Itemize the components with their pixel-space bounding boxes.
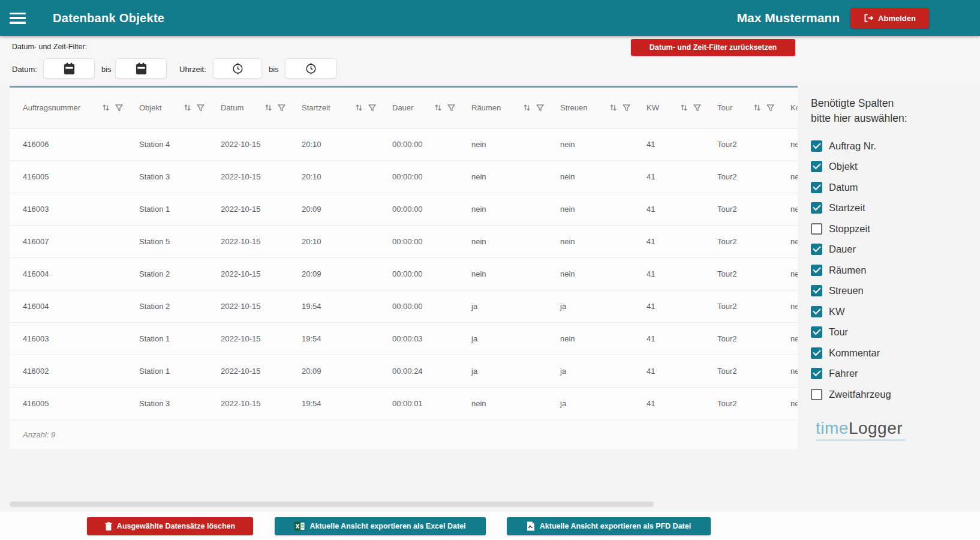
cell-kw: 41: [633, 237, 704, 246]
cell-startzeit: 19:54: [288, 334, 379, 343]
filter-icon[interactable]: [368, 104, 376, 112]
table-row[interactable]: 416002Station 12022-10-1520:0900:00:24ja…: [10, 355, 798, 388]
filter-icon[interactable]: [447, 104, 455, 112]
sort-icon[interactable]: [102, 104, 110, 112]
filter-icon[interactable]: [536, 104, 544, 112]
column-option-objekt[interactable]: Objekt: [811, 157, 980, 178]
table-row[interactable]: 416003Station 12022-10-1519:5400:00:03ja…: [10, 323, 798, 355]
time-from-input[interactable]: [213, 58, 262, 79]
column-header-tour[interactable]: Tour: [704, 103, 777, 112]
sort-icon[interactable]: [264, 104, 272, 112]
checkbox-checked[interactable]: [811, 265, 822, 276]
cell-startzeit: 20:10: [288, 237, 379, 246]
export-excel-button[interactable]: Aktuelle Ansicht exportieren als Excel D…: [275, 517, 486, 535]
column-header-objekt[interactable]: Objekt: [126, 103, 208, 112]
cell-startzeit: 19:54: [288, 302, 379, 311]
date-from-input[interactable]: [43, 58, 95, 79]
filter-icon[interactable]: [278, 104, 285, 112]
column-option-startzeit[interactable]: Startzeit: [811, 198, 980, 219]
table-body: 416006Station 42022-10-1520:1000:00:00ne…: [10, 128, 798, 420]
column-header-dauer[interactable]: Dauer: [379, 103, 458, 112]
filter-icon[interactable]: [623, 104, 630, 112]
table-row[interactable]: 416003Station 12022-10-1520:0900:00:00ne…: [10, 193, 798, 226]
cell-dauer: 00:00:00: [379, 302, 458, 311]
cell-objekt: Station 4: [126, 140, 208, 149]
sort-icon[interactable]: [523, 104, 531, 112]
cell-kw: 41: [633, 205, 704, 214]
time-bis-label: bis: [269, 65, 279, 74]
timelogger-logo: timeLogger: [816, 419, 906, 441]
table-row[interactable]: 416004Station 22022-10-1520:0900:00:00ne…: [10, 258, 798, 290]
checkbox-unchecked[interactable]: [811, 389, 822, 400]
column-header-kommentar[interactable]: Kommentar: [777, 103, 798, 112]
logout-button[interactable]: Abmelden: [850, 8, 929, 28]
column-option-datum[interactable]: Datum: [811, 177, 980, 198]
sort-icon[interactable]: [355, 104, 363, 112]
excel-icon: [294, 521, 305, 531]
filter-icon[interactable]: [197, 104, 205, 112]
table-row[interactable]: 416006Station 42022-10-1520:1000:00:00ne…: [10, 128, 798, 161]
cell-kw: 41: [633, 399, 704, 408]
checkbox-unchecked[interactable]: [811, 223, 822, 235]
column-option-kw[interactable]: KW: [811, 301, 980, 322]
column-option-stoppzeit[interactable]: Stoppzeit: [811, 218, 980, 239]
column-label: KW: [633, 103, 659, 112]
column-option-r-umen[interactable]: Räumen: [811, 260, 980, 281]
sort-icon[interactable]: [753, 104, 761, 112]
column-option-label: Auftrag Nr.: [829, 140, 876, 152]
reset-filter-button[interactable]: Datum- und Zeit-Filter zurücksetzen: [631, 39, 795, 56]
column-option-label: Startzeit: [829, 202, 865, 214]
clock-icon: [304, 62, 318, 76]
checkbox-checked[interactable]: [811, 140, 822, 152]
data-table: AuftragsnummerObjektDatumStartzeitDauerR…: [10, 86, 798, 449]
column-option-tour[interactable]: Tour: [811, 322, 980, 343]
table-row[interactable]: 416004Station 22022-10-1519:5400:00:00ja…: [10, 290, 798, 323]
logout-label: Abmelden: [878, 14, 916, 23]
checkbox-checked[interactable]: [811, 368, 822, 379]
export-pdf-button[interactable]: Aktuelle Ansicht exportieren als PFD Dat…: [507, 517, 711, 535]
checkbox-checked[interactable]: [811, 244, 822, 255]
table-row[interactable]: 416005Station 32022-10-1519:5400:00:01ne…: [10, 388, 798, 420]
checkbox-checked[interactable]: [811, 306, 822, 317]
time-to-input[interactable]: [285, 58, 336, 79]
checkbox-checked[interactable]: [811, 202, 822, 214]
cell-r-umen: ja: [458, 334, 547, 343]
checkbox-checked[interactable]: [811, 285, 822, 296]
column-header-startzeit[interactable]: Startzeit: [288, 103, 379, 112]
table-row[interactable]: 416005Station 32022-10-1520:1000:00:00ne…: [10, 161, 798, 193]
filter-icon[interactable]: [693, 104, 701, 112]
column-header-datum[interactable]: Datum: [208, 103, 288, 112]
checkbox-checked[interactable]: [811, 326, 822, 338]
column-option-zweitfahrzeug[interactable]: Zweitfahrzeug: [811, 384, 980, 405]
column-option-dauer[interactable]: Dauer: [811, 239, 980, 260]
checkbox-checked[interactable]: [811, 182, 822, 193]
cell-startzeit: 20:09: [288, 367, 379, 376]
column-option-streuen[interactable]: Streuen: [811, 281, 980, 302]
column-header-r-umen[interactable]: Räumen: [458, 103, 547, 112]
sort-icon[interactable]: [609, 104, 617, 112]
cell-kw: 41: [633, 269, 704, 278]
column-option-kommentar[interactable]: Kommentar: [811, 343, 980, 364]
cell-auftragsnummer: 416003: [10, 334, 126, 343]
cell-dauer: 00:00:03: [379, 334, 458, 343]
sort-icon[interactable]: [184, 104, 191, 112]
menu-icon[interactable]: [10, 13, 26, 24]
cell-streuen: nein: [547, 205, 633, 214]
sort-icon[interactable]: [680, 104, 688, 112]
cell-r-umen: nein: [458, 399, 547, 408]
checkbox-checked[interactable]: [811, 347, 822, 359]
column-header-auftragsnummer[interactable]: Auftragsnummer: [10, 103, 126, 112]
table-row[interactable]: 416007Station 52022-10-1520:1000:00:00ne…: [10, 226, 798, 258]
column-option-fahrer[interactable]: Fahrer: [811, 364, 980, 385]
delete-selected-button[interactable]: Ausgewählte Datensätze löschen: [87, 517, 253, 535]
date-to-input[interactable]: [115, 58, 167, 79]
sort-icon[interactable]: [434, 104, 442, 112]
column-header-kw[interactable]: KW: [633, 103, 704, 112]
checkbox-checked[interactable]: [811, 161, 822, 172]
filter-icon[interactable]: [115, 104, 123, 112]
horizontal-scrollbar[interactable]: [10, 502, 654, 507]
filter-icon[interactable]: [766, 104, 774, 112]
column-header-streuen[interactable]: Streuen: [547, 103, 633, 112]
cell-streuen: ja: [547, 399, 633, 408]
column-option-auftrag-nr[interactable]: Auftrag Nr.: [811, 136, 980, 157]
